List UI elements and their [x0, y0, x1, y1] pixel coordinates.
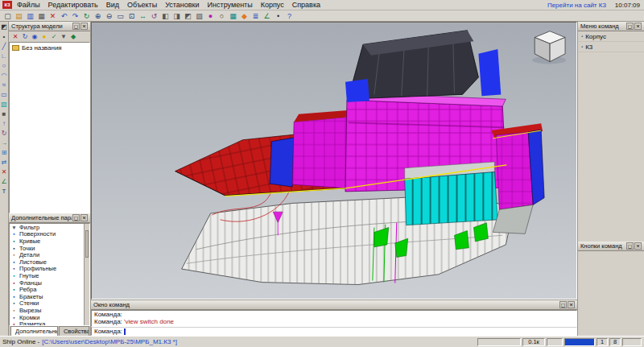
line-tool-icon[interactable]: ╱: [0, 43, 8, 52]
zoom-window-icon[interactable]: ▭: [115, 11, 126, 21]
surface-tool-icon[interactable]: ▧: [0, 101, 8, 109]
undo-icon[interactable]: ↶: [59, 11, 69, 21]
param-brackets[interactable]: ▪ Бракеты: [10, 293, 84, 300]
filter-tree-icon[interactable]: ▼: [60, 32, 68, 41]
close-button[interactable]: ✕: [80, 214, 88, 221]
menu-files[interactable]: Файлы: [13, 1, 44, 9]
circle-tool-icon[interactable]: ○: [0, 62, 8, 71]
command-input[interactable]: Команда:: [91, 327, 577, 336]
menu-objects[interactable]: Объекты: [123, 1, 161, 9]
revolve-tool-icon[interactable]: ↻: [0, 130, 8, 138]
param-bent[interactable]: ▪ Гнутые: [10, 272, 84, 279]
layers-icon[interactable]: ≣: [250, 11, 261, 21]
snap-icon[interactable]: ◆: [239, 11, 250, 21]
measure-tool-icon[interactable]: ∠: [0, 178, 8, 187]
delete-node-icon[interactable]: ✕: [11, 32, 19, 41]
open-file-icon[interactable]: ▤: [14, 11, 24, 21]
redo-icon[interactable]: ↷: [70, 11, 80, 21]
param-flanges[interactable]: ▪ Фланцы: [10, 279, 84, 287]
polyline-tool-icon[interactable]: ∟: [0, 52, 8, 61]
tab-properties[interactable]: Свойства: [59, 326, 89, 336]
view-iso-icon[interactable]: ▧: [194, 11, 204, 21]
zoom-all-icon[interactable]: ⊡: [126, 11, 137, 21]
params-scrollbar[interactable]: [84, 224, 89, 325]
rect-tool-icon[interactable]: ▭: [0, 91, 8, 100]
dock-button[interactable]: ◻: [626, 23, 634, 30]
save-icon[interactable]: ▥: [25, 11, 35, 21]
wireframe-mode-icon[interactable]: ○: [217, 11, 227, 21]
close-button[interactable]: ✕: [634, 242, 642, 250]
trim-tool-icon[interactable]: ✕: [0, 168, 8, 177]
curve-tool-icon[interactable]: ≈: [0, 81, 8, 90]
param-filter[interactable]: ▼ Фильтр: [10, 224, 84, 231]
arc-tool-icon[interactable]: ◠: [0, 72, 8, 81]
dock-button[interactable]: ◻: [559, 301, 567, 308]
param-edges[interactable]: ▪ Кромки: [10, 314, 84, 321]
item-icon: ▪: [11, 259, 17, 265]
close-button[interactable]: ✕: [80, 23, 88, 30]
check-icon[interactable]: ✓: [50, 32, 58, 41]
fore-deckhouse[interactable]: [292, 110, 350, 188]
delete-icon[interactable]: ✕: [47, 11, 58, 21]
dock-button[interactable]: ◻: [72, 214, 80, 221]
point-icon[interactable]: •: [273, 11, 283, 21]
move-tool-icon[interactable]: →: [0, 139, 8, 148]
dock-button[interactable]: ◻: [72, 23, 80, 30]
select-icon[interactable]: ◩: [0, 23, 8, 32]
refresh-icon[interactable]: ↻: [81, 11, 92, 21]
solid-tool-icon[interactable]: ■: [0, 110, 8, 119]
menu-view[interactable]: Вид: [102, 1, 123, 9]
zoom-in-icon[interactable]: ⊕: [93, 11, 103, 21]
copy-tool-icon[interactable]: ⊞: [0, 149, 8, 158]
menu-edit[interactable]: Редактировать: [44, 1, 102, 9]
pin-icon[interactable]: ◆: [69, 32, 77, 41]
highlight-icon[interactable]: ●: [40, 32, 48, 41]
param-marking[interactable]: ▪ Разметка: [10, 320, 84, 326]
menu-tools[interactable]: Инструменты: [204, 1, 257, 9]
refresh-tree-icon[interactable]: ↻: [21, 32, 29, 41]
visibility-icon[interactable]: ◉: [31, 32, 39, 41]
param-points[interactable]: ▪ Точки: [10, 245, 84, 252]
param-ribs[interactable]: ▪ Ребра: [10, 286, 84, 293]
new-file-icon[interactable]: ▢: [2, 11, 13, 21]
param-surfaces[interactable]: ▪ Поверхности: [10, 231, 84, 238]
param-sheets[interactable]: ▪ Листовые: [10, 258, 84, 266]
scrollbar-thumb[interactable]: [85, 230, 89, 258]
close-button[interactable]: ✕: [568, 301, 575, 308]
point-tool-icon[interactable]: •: [0, 33, 8, 42]
item-label: Листовые: [19, 258, 47, 266]
menu-hull[interactable]: Корпус: [257, 1, 288, 9]
fore-blue-block[interactable]: [270, 138, 294, 187]
view-top-icon[interactable]: ◩: [183, 11, 193, 21]
param-curves[interactable]: ▪ Кривые: [10, 238, 84, 245]
param-walls[interactable]: ▪ Стенки: [10, 300, 84, 308]
zoom-out-icon[interactable]: ⊖: [104, 11, 114, 21]
help-icon[interactable]: ?: [284, 11, 295, 21]
print-icon[interactable]: ▦: [36, 11, 47, 21]
menu-help[interactable]: Справка: [288, 1, 324, 9]
param-cutouts[interactable]: ▪ Вырезы: [10, 307, 84, 314]
view-cube[interactable]: [532, 31, 566, 64]
shaded-mode-icon[interactable]: ●: [205, 11, 216, 21]
close-button[interactable]: ✕: [634, 23, 642, 30]
command-group-hull[interactable]: ▪ Корпус: [578, 31, 644, 42]
viewport-3d[interactable]: [91, 22, 577, 299]
command-group-k3[interactable]: ▪ К3: [578, 42, 644, 52]
param-details[interactable]: ▪ Детали: [10, 251, 84, 258]
measure-icon[interactable]: ∠: [262, 11, 272, 21]
site-link[interactable]: Перейти на сайт К3: [547, 2, 606, 9]
view-side-icon[interactable]: ◨: [171, 11, 182, 21]
mirror-tool-icon[interactable]: ⇄: [0, 159, 8, 167]
tree-root-item[interactable]: Без названия: [10, 43, 89, 53]
extrude-tool-icon[interactable]: ↑: [0, 120, 8, 129]
dock-button[interactable]: ◻: [626, 242, 634, 250]
menu-settings[interactable]: Установки: [161, 1, 203, 9]
pan-icon[interactable]: ↔: [138, 11, 148, 21]
tab-additional-params[interactable]: Дополнительные: [10, 326, 58, 336]
text-tool-icon[interactable]: T: [0, 188, 8, 196]
rotate-view-icon[interactable]: ↺: [149, 11, 159, 21]
view-front-icon[interactable]: ◧: [160, 11, 171, 21]
cyan-frame-section[interactable]: [405, 162, 498, 225]
grid-icon[interactable]: ▦: [228, 11, 238, 21]
param-profiles[interactable]: ▪ Профильные: [10, 266, 84, 273]
